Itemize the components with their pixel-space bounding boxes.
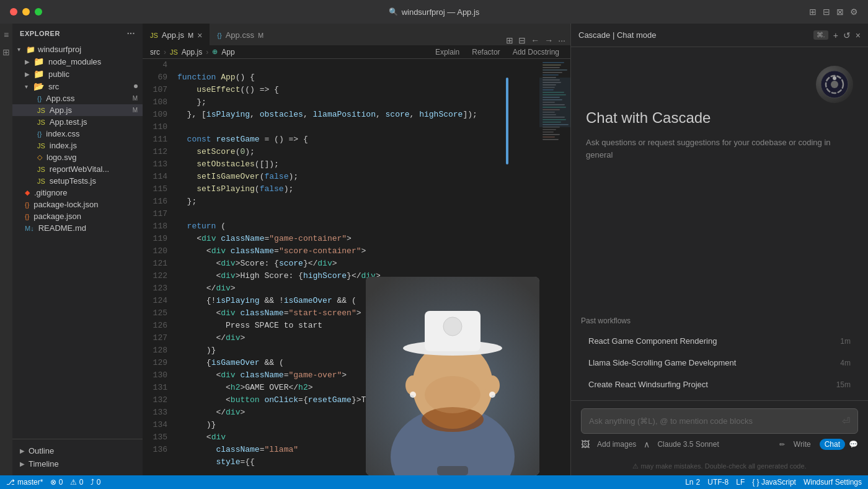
js-file-icon: JS [37,166,45,173]
js-tab-icon: JS [150,32,158,39]
editor-area: JS App.js M × {} App.css M ⊞ ⊟ ← → ··· s… [143,24,570,475]
nav-back-icon[interactable]: ← [531,35,539,45]
close-panel-icon[interactable]: × [856,30,861,40]
activity-search[interactable]: ⊞ [0,46,12,58]
split-editor-icon[interactable]: ⊞ [506,35,513,45]
cascade-logo [816,66,853,103]
src-folder-icon: 📂 [33,81,44,91]
svg-point-50 [831,81,838,88]
activity-files[interactable]: ≡ [0,29,12,41]
workflow-time-1: 1m [840,337,851,346]
svg-rect-13 [437,466,468,475]
video-overlay [366,277,539,475]
sidebar-item-package-json[interactable]: {} package.json [12,210,143,222]
line-label: Ln [685,478,693,487]
sidebar-item-src[interactable]: ▾ 📂 src [12,80,143,92]
add-images-label[interactable]: Add images [597,440,636,449]
line-status[interactable]: Ln 2 [685,478,700,487]
sidebar-item-setup-tests[interactable]: JS setupTests.js [12,175,143,187]
line-ending-status[interactable]: LF [736,478,745,487]
image-icon[interactable]: 🖼 [581,439,590,449]
sidebar-item-app-js[interactable]: JS App.js M [12,104,143,116]
refactor-button[interactable]: Refactor [468,47,503,58]
maximize-button[interactable] [35,8,42,16]
workflow-item-1[interactable]: React Game Component Rendering 1m [581,330,858,352]
title-bar-right[interactable]: ⊞ ⊟ ⊠ ⚙ [809,7,858,17]
layout-icon-3[interactable]: ⊠ [836,7,844,17]
sidebar-outline[interactable]: ▶ Outline [17,444,138,457]
chat-mode-button[interactable]: Chat [820,439,845,450]
code-content[interactable]: function App() { useEffect(() => { }; },… [172,59,539,475]
settings-icon[interactable]: ⚙ [850,7,858,17]
branch-status[interactable]: ⎇ master* [6,478,43,487]
modified-badge [134,84,138,88]
encoding-label: UTF-8 [707,478,728,487]
window-controls[interactable] [10,8,42,16]
remote-label: ⤴ 0 [91,478,100,487]
language-label: { } JavaScript [752,478,796,487]
close-button[interactable] [10,8,17,16]
person-svg [366,277,539,475]
minimize-button[interactable] [22,8,30,16]
history-icon[interactable]: ↺ [843,30,851,40]
sidebar-item-gitignore[interactable]: ◆ .gitignore [12,187,143,199]
windsurf-status[interactable]: Windsurf Settings [804,478,862,487]
sidebar-item-index-js[interactable]: JS index.js [12,140,143,151]
breadcrumb-js: JS [170,48,178,56]
layout-icon-1[interactable]: ⊞ [809,7,817,17]
write-mode-button[interactable]: Write [789,439,816,450]
breadcrumb-src[interactable]: src [150,48,160,56]
sidebar-root-folder[interactable]: ▾ 📁 windsurfproj [12,43,143,55]
sidebar-item-app-css[interactable]: {} App.css M [12,92,143,104]
cascade-body: Chat with Cascade Ask questions or reque… [571,47,868,314]
chevron-up-icon[interactable]: ∧ [644,439,650,449]
cascade-chat-title: Chat with Cascade [586,109,853,127]
warnings-status[interactable]: ⚠ 0 [70,478,83,487]
add-docstring-button[interactable]: Add Docstring [509,47,563,58]
breadcrumb-app[interactable]: App [221,48,234,56]
workflow-title-3: Create React Windsurfing Project [588,380,708,389]
main-container: ≡ ⊞ Explorer ··· ▾ 📁 windsurfproj ▶ 📁 no… [0,24,868,475]
sidebar-item-app-test[interactable]: JS App.test.js [12,116,143,128]
svg-rect-42 [542,129,556,130]
nav-forward-icon[interactable]: → [544,35,553,45]
breadcrumb-appjs[interactable]: App.js [182,48,202,56]
sidebar-item-readme[interactable]: M↓ README.md [12,222,143,234]
errors-status[interactable]: ⊗ 0 [50,478,63,487]
status-right: Ln 2 UTF-8 LF { } JavaScript Windsurf Se… [685,478,862,487]
sidebar-item-logo-svg[interactable]: ◇ logo.svg [12,151,143,163]
tab-app-css-label: App.css [226,30,254,40]
cascade-subtitle: Ask questions or request suggestions for… [586,137,853,161]
language-status[interactable]: { } JavaScript [752,478,796,487]
sidebar-more-button[interactable]: ··· [127,29,135,38]
gitignore-label: .gitignore [34,188,67,197]
sidebar-item-package-lock[interactable]: {} package-lock.json [12,199,143,210]
node-modules-label: node_modules [48,57,101,66]
tab-close-button[interactable]: × [197,30,202,40]
layout-icon-2[interactable]: ⊟ [823,7,830,17]
minimap-content [539,59,570,475]
remote-status[interactable]: ⤴ 0 [91,478,100,487]
sidebar-item-public[interactable]: ▶ 📁 public [12,68,143,80]
explain-button[interactable]: Explain [432,47,463,58]
model-label[interactable]: Claude 3.5 Sonnet [657,440,719,449]
workflow-time-2: 4m [840,359,851,367]
chevron-right-icon: ▶ [25,58,31,65]
cascade-input-box[interactable]: Ask anything (⌘L), @ to mention code blo… [581,408,858,434]
scroll-indicator[interactable] [506,78,508,164]
search-icon: 🔍 [389,7,398,16]
tab-app-css[interactable]: {} App.css M [210,24,271,45]
sidebar-timeline[interactable]: ▶ Timeline [17,457,138,470]
folder-icon: 📁 [33,69,44,79]
layout-toggle-icon[interactable]: ⊟ [518,35,526,45]
sidebar-item-node-modules[interactable]: ▶ 📁 node_modules [12,55,143,68]
more-icon[interactable]: ··· [558,35,565,45]
encoding-status[interactable]: UTF-8 [707,478,728,487]
add-icon[interactable]: + [833,30,838,40]
sidebar-item-index-css[interactable]: {} index.css [12,128,143,140]
sidebar-item-report[interactable]: JS reportWebVital... [12,163,143,175]
workflow-item-2[interactable]: Llama Side-Scrolling Game Development 4m [581,352,858,374]
tab-app-js[interactable]: JS App.js M × [143,24,210,45]
workflow-item-3[interactable]: Create React Windsurfing Project 15m [581,374,858,395]
title-center: 🔍 windsurfproj — App.js [389,7,480,17]
